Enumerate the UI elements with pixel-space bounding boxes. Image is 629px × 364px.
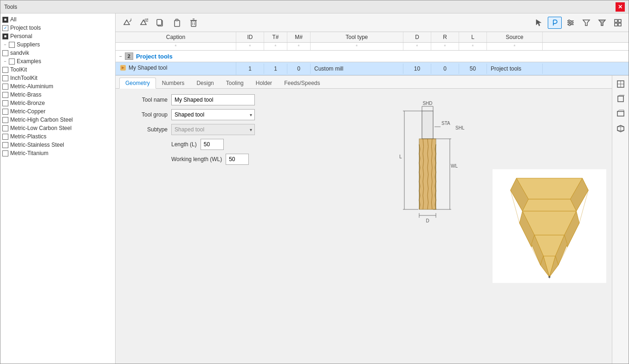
cursor-button[interactable] — [532, 17, 546, 29]
examples-checkbox[interactable] — [9, 58, 15, 65]
filter-d[interactable]: * — [403, 43, 431, 50]
sidebar-item-metric-copper[interactable]: Metric-Copper — [0, 107, 115, 116]
tool-diagram: SHD STA — [390, 98, 483, 358]
tool-view-button[interactable] — [548, 17, 562, 29]
inchtoolkit-checkbox[interactable] — [2, 75, 8, 81]
tool-group-select-wrapper: Shaped tool — [171, 109, 255, 120]
length-input[interactable] — [201, 139, 224, 150]
sidebar-item-metric-titanium[interactable]: Metric-Titanium — [0, 149, 115, 157]
add-from-db-button[interactable]: + — [136, 16, 151, 29]
sidebar-metric-brass-label: Metric-Brass — [10, 91, 41, 98]
filter-r[interactable]: * — [431, 43, 459, 50]
sidebar-item-metric-plastics[interactable]: Metric-Plastics — [0, 132, 115, 141]
tool-3d-view[interactable] — [493, 94, 606, 358]
metric-plastics-checkbox[interactable] — [2, 134, 8, 140]
working-length-input[interactable] — [226, 154, 249, 165]
personal-checkbox[interactable]: ■ — [2, 33, 8, 39]
project-tools-label: Project tools — [136, 53, 173, 60]
metric-brass-checkbox[interactable] — [2, 92, 8, 98]
copy-button[interactable] — [153, 16, 168, 29]
filter-id[interactable]: * — [236, 43, 264, 50]
window-title: Tools — [4, 4, 17, 10]
project-tools-checkbox[interactable]: ✓ — [2, 25, 8, 31]
cell-t: 1 — [264, 64, 287, 74]
sandvik-checkbox[interactable] — [2, 50, 8, 56]
table-row[interactable]: My Shaped tool 1 1 0 Custom mill 10 0 50… — [116, 62, 629, 75]
svg-rect-23 — [615, 20, 617, 22]
tab-feeds-speeds[interactable]: Feeds/Speeds — [278, 78, 326, 88]
filter-source[interactable]: * — [487, 43, 543, 50]
subtype-select[interactable]: Shaped tool — [171, 124, 255, 135]
cell-r: 0 — [431, 64, 459, 74]
tool-name-input[interactable] — [171, 94, 255, 105]
close-button[interactable]: ✕ — [616, 2, 625, 12]
svg-rect-24 — [618, 20, 621, 22]
tab-holder[interactable]: Holder — [250, 78, 278, 88]
paste-button[interactable] — [169, 16, 184, 29]
main-window: Tools ✕ ■ All ✓ Project tools ■ Personal… — [0, 0, 629, 364]
tool-group-select[interactable]: Shaped tool — [171, 109, 255, 120]
tool-view-icon — [551, 19, 559, 27]
sidebar-item-suppliers[interactable]: − Suppliers — [0, 40, 115, 49]
svg-rect-6 — [157, 20, 162, 25]
grid-button[interactable] — [611, 17, 625, 29]
tab-geometry[interactable]: Geometry — [119, 78, 156, 89]
sidebar-item-metric-bronze[interactable]: Metric-Bronze — [0, 99, 115, 107]
metric-titanium-checkbox[interactable] — [2, 150, 8, 156]
metric-bronze-checkbox[interactable] — [2, 100, 8, 106]
sidebar-item-metric-low-carbon[interactable]: Metric-Low Carbon Steel — [0, 124, 115, 132]
subtype-select-wrapper: Shaped tool — [171, 124, 255, 135]
cell-id: 1 — [236, 64, 264, 74]
svg-rect-7 — [175, 20, 180, 26]
sidebar-item-project-tools[interactable]: ✓ Project tools — [0, 24, 115, 32]
front-top-face — [522, 199, 576, 211]
sidebar-item-inchtoolkit[interactable]: InchToolKit — [0, 74, 115, 82]
sidebar-toolkit-label: ToolKit — [10, 66, 27, 73]
all-checkbox[interactable]: ■ — [2, 17, 8, 23]
suppliers-checkbox[interactable] — [9, 42, 15, 48]
sidebar-item-metric-brass[interactable]: Metric-Brass — [0, 91, 115, 99]
view-3d-container — [493, 94, 606, 358]
sidebar-item-personal[interactable]: ■ Personal — [0, 32, 115, 40]
sidebar-item-metric-stainless[interactable]: Metric-Stainless Steel — [0, 141, 115, 149]
sidebar-item-label: Project tools — [10, 25, 41, 31]
filter-tooltype[interactable]: * — [311, 43, 403, 50]
add-from-db-icon: + — [139, 18, 148, 27]
view-3d-button[interactable] — [614, 122, 627, 135]
metric-aluminium-checkbox[interactable] — [2, 84, 8, 90]
svg-text:+: + — [130, 18, 131, 21]
project-tools-collapse[interactable]: − — [119, 54, 122, 59]
filter-active-button[interactable] — [595, 17, 609, 29]
sliders-button[interactable] — [564, 17, 577, 29]
sidebar-all-row[interactable]: ■ All — [0, 15, 115, 24]
cell-l: 50 — [459, 64, 487, 74]
filter-m[interactable]: * — [287, 43, 311, 50]
sidebar-item-metric-high-carbon[interactable]: Metric-High Carbon Steel — [0, 116, 115, 124]
sidebar-metric-titanium-label: Metric-Titanium — [10, 150, 48, 156]
add-tool-button[interactable]: + — [119, 16, 134, 29]
sidebar-item-examples[interactable]: − Examples — [0, 57, 115, 65]
col-header-m: M# — [287, 32, 311, 42]
metric-stainless-checkbox[interactable] — [2, 142, 8, 148]
filter-button[interactable] — [579, 17, 593, 29]
tool-name-label: Tool name — [121, 97, 168, 103]
sidebar-item-toolkit[interactable]: ToolKit — [0, 65, 115, 74]
toolkit-checkbox[interactable] — [2, 67, 8, 73]
view-frame-button[interactable] — [614, 107, 627, 120]
delete-button[interactable] — [186, 16, 201, 29]
filter-t[interactable]: * — [264, 43, 287, 50]
filter-l[interactable]: * — [459, 43, 487, 50]
metric-copper-checkbox[interactable] — [2, 109, 8, 115]
tab-design[interactable]: Design — [190, 78, 220, 88]
view-front-button[interactable] — [614, 78, 627, 91]
metric-hcs-checkbox[interactable] — [2, 117, 8, 123]
tab-numbers[interactable]: Numbers — [156, 78, 191, 88]
tab-tooling[interactable]: Tooling — [220, 78, 250, 88]
filter-caption[interactable]: * — [116, 43, 236, 50]
project-tools-group-header: − 2 Project tools — [116, 51, 629, 62]
view-side-button[interactable] — [614, 92, 627, 105]
metric-lcs-checkbox[interactable] — [2, 125, 8, 131]
sidebar-item-sandvik[interactable]: sandvik — [0, 49, 115, 57]
sidebar-sandvik-label: sandvik — [10, 50, 29, 56]
sidebar-item-metric-aluminium[interactable]: Metric-Aluminium — [0, 82, 115, 91]
